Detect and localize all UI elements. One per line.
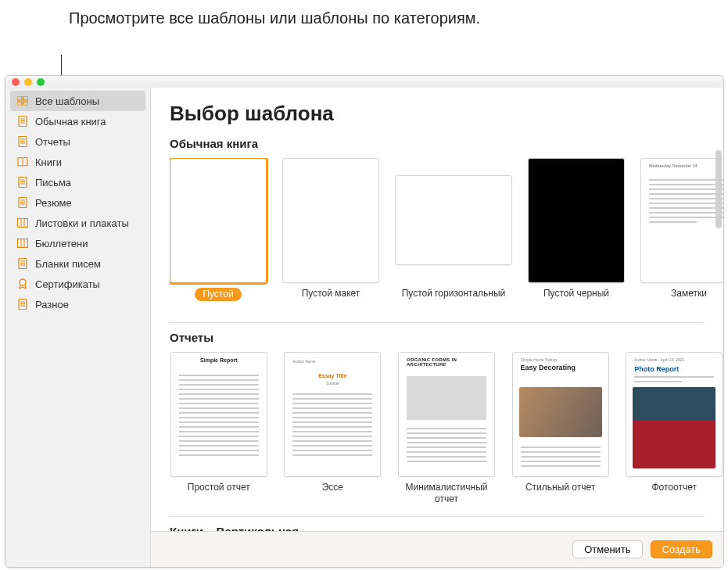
page-icon: [16, 116, 29, 127]
sidebar-item-label: Бланки писем: [35, 258, 101, 270]
template-thumbnail[interactable]: Simple Home StylingEasy Decorating: [512, 352, 609, 477]
sidebar-item-4[interactable]: Письма: [5, 172, 150, 192]
template-item[interactable]: Пустой черный: [528, 158, 625, 311]
sidebar-item-5[interactable]: Резюме: [5, 192, 150, 213]
sidebar-item-label: Отчеты: [35, 136, 70, 148]
sidebar-item-0[interactable]: Все шаблоны: [10, 91, 145, 111]
page-icon: [16, 299, 29, 310]
template-label: Пустой: [195, 288, 241, 301]
page-icon: [16, 258, 29, 269]
template-item[interactable]: ORGANIC FORMS IN ARCHITECTUREМинималисти…: [397, 352, 496, 505]
sidebar-item-label: Сертификаты: [35, 278, 100, 290]
sidebar-item-label: Разное: [35, 299, 69, 310]
sidebar-item-1[interactable]: Обычная книга: [5, 111, 150, 131]
page-title: Выбор шаблона: [170, 102, 723, 126]
template-item[interactable]: Wednesday, December 14Заметки: [640, 158, 723, 311]
create-button[interactable]: Создать: [651, 540, 712, 558]
template-row: ПустойПустой макетПустой горизонтальныйП…: [170, 158, 723, 311]
template-item[interactable]: Simple ReportПростой отчет: [170, 352, 268, 505]
svg-point-31: [20, 279, 26, 285]
minimize-icon[interactable]: [24, 78, 32, 86]
sidebar-item-label: Обычная книга: [35, 116, 106, 127]
sidebar-item-label: Резюме: [35, 197, 72, 209]
template-item[interactable]: Author Name · April 16, 2021Photo Report…: [625, 352, 723, 505]
section-title: Книги – Вертикальная: [170, 516, 705, 531]
main-pane: Выбор шаблона Обычная книгаПустойПустой …: [151, 88, 723, 567]
columns-icon: [16, 217, 29, 228]
book-icon: [16, 156, 29, 167]
template-thumbnail[interactable]: Simple Report: [170, 352, 267, 477]
template-item[interactable]: Simple Home StylingEasy DecoratingСтильн…: [511, 352, 610, 505]
zoom-icon[interactable]: [37, 78, 45, 86]
titlebar: [5, 76, 723, 88]
close-icon[interactable]: [12, 78, 20, 86]
template-label: Эссе: [322, 482, 343, 505]
template-label: Пустой горизонтальный: [402, 288, 506, 311]
cancel-button[interactable]: Отменить: [572, 540, 642, 558]
template-thumbnail[interactable]: [282, 158, 379, 283]
template-item[interactable]: Author NameEssay TitleSubtitleЭссе: [284, 352, 382, 505]
template-label: Минималистичный отчет: [397, 482, 496, 505]
template-thumbnail[interactable]: [528, 158, 625, 283]
sidebar-item-9[interactable]: Сертификаты: [5, 274, 150, 294]
sidebar-item-7[interactable]: Бюллетени: [5, 233, 150, 253]
template-label: Простой отчет: [188, 482, 250, 505]
template-item[interactable]: Пустой макет: [282, 158, 379, 311]
svg-rect-21: [18, 219, 28, 228]
template-thumbnail[interactable]: Author NameEssay TitleSubtitle: [284, 352, 381, 477]
svg-rect-2: [17, 102, 22, 106]
help-annotation: Просмотрите все шаблоны или шаблоны по к…: [69, 8, 480, 29]
page-icon: [16, 197, 29, 208]
sidebar-item-label: Книги: [35, 156, 62, 168]
page-icon: [16, 136, 29, 147]
template-row: Simple ReportПростой отчетAuthor NameEss…: [170, 352, 723, 505]
sidebar-item-6[interactable]: Листовки и плакаты: [5, 213, 150, 233]
template-label: Стильный отчет: [525, 482, 595, 505]
sidebar-item-2[interactable]: Отчеты: [5, 131, 150, 152]
ribbon-icon: [16, 278, 29, 289]
svg-rect-3: [23, 102, 28, 106]
category-sidebar: Все шаблоныОбычная книгаОтчетыКнигиПисьм…: [5, 88, 151, 567]
template-label: Фотоотчет: [651, 482, 697, 505]
svg-rect-24: [18, 239, 28, 248]
page-icon: [16, 177, 29, 188]
template-label: Пустой макет: [302, 288, 360, 311]
sidebar-item-8[interactable]: Бланки писем: [5, 253, 150, 274]
template-thumbnail[interactable]: Author Name · April 16, 2021Photo Report: [626, 352, 723, 477]
template-item[interactable]: Пустой: [170, 158, 267, 311]
template-chooser-window: Все шаблоныОбычная книгаОтчетыКнигиПисьм…: [5, 75, 724, 568]
grid-icon: [16, 95, 29, 106]
sidebar-item-label: Письма: [35, 177, 71, 188]
sidebar-item-label: Листовки и плакаты: [35, 217, 129, 229]
sidebar-item-label: Все шаблоны: [35, 95, 99, 107]
template-thumbnail[interactable]: ORGANIC FORMS IN ARCHITECTURE: [398, 352, 495, 477]
vertical-scrollbar[interactable]: [715, 150, 722, 228]
columns-icon: [16, 238, 29, 249]
section-title: Обычная книга: [170, 137, 723, 150]
svg-rect-0: [17, 96, 22, 100]
sidebar-item-10[interactable]: Разное: [5, 294, 150, 314]
template-label: Заметки: [671, 288, 707, 311]
sidebar-item-label: Бюллетени: [35, 238, 88, 249]
template-thumbnail[interactable]: [395, 175, 512, 265]
footer: Отменить Создать: [151, 531, 723, 567]
svg-rect-1: [23, 96, 28, 100]
template-item[interactable]: Пустой горизонтальный: [395, 158, 512, 311]
sidebar-item-3[interactable]: Книги: [5, 152, 150, 172]
template-thumbnail[interactable]: Wednesday, December 14: [640, 158, 723, 283]
template-thumbnail[interactable]: [170, 158, 267, 283]
section-title: Отчеты: [170, 322, 705, 344]
template-label: Пустой черный: [543, 288, 609, 311]
